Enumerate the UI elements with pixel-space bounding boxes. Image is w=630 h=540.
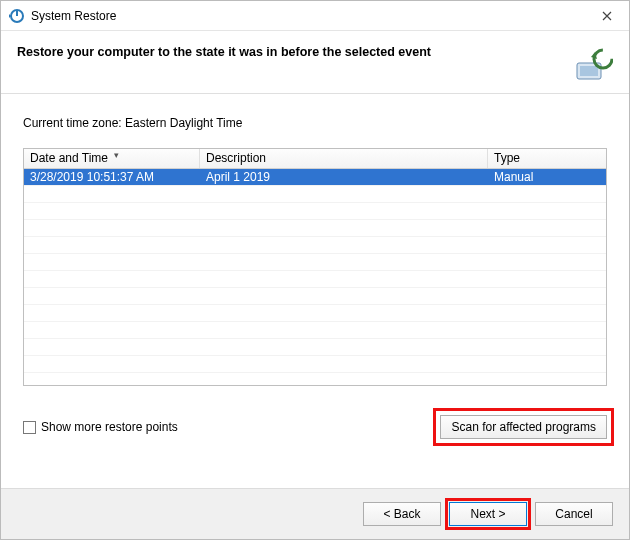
table-header-row: Date and Time ▾ Description Type [24, 149, 606, 169]
titlebar: System Restore [1, 1, 629, 31]
next-button[interactable]: Next > [449, 502, 527, 526]
wizard-body: Current time zone: Eastern Daylight Time… [1, 94, 629, 489]
svg-rect-3 [580, 66, 598, 76]
back-button[interactable]: < Back [363, 502, 441, 526]
column-header-type[interactable]: Type [488, 149, 606, 168]
svg-point-4 [594, 50, 612, 68]
checkbox-box-icon [23, 421, 36, 434]
show-more-label: Show more restore points [41, 420, 178, 434]
table-row[interactable]: 3/28/2019 10:51:37 AM April 1 2019 Manua… [24, 169, 606, 186]
restore-points-table[interactable]: Date and Time ▾ Description Type 3/28/20… [23, 148, 607, 386]
svg-rect-1 [16, 11, 18, 16]
timezone-label: Current time zone: Eastern Daylight Time [23, 116, 607, 130]
wizard-header: Restore your computer to the state it wa… [1, 31, 629, 94]
system-restore-window: System Restore Restore your computer to … [0, 0, 630, 540]
options-row: Show more restore points Scan for affect… [23, 408, 607, 446]
cell-type: Manual [488, 169, 606, 185]
sort-indicator-icon: ▾ [114, 150, 119, 160]
restore-icon [9, 8, 25, 24]
cell-description: April 1 2019 [200, 169, 488, 185]
column-header-date-label: Date and Time [30, 151, 108, 165]
close-button[interactable] [584, 1, 629, 31]
restore-large-icon [573, 45, 613, 85]
column-header-date[interactable]: Date and Time ▾ [24, 149, 200, 168]
column-header-description[interactable]: Description [200, 149, 488, 168]
cell-date: 3/28/2019 10:51:37 AM [24, 169, 200, 185]
show-more-checkbox[interactable]: Show more restore points [23, 420, 178, 434]
window-title: System Restore [31, 9, 584, 23]
page-heading: Restore your computer to the state it wa… [17, 45, 565, 59]
scan-affected-button[interactable]: Scan for affected programs [440, 415, 607, 439]
table-body: 3/28/2019 10:51:37 AM April 1 2019 Manua… [24, 169, 606, 385]
wizard-footer: < Back Next > Cancel [1, 489, 629, 539]
cancel-button[interactable]: Cancel [535, 502, 613, 526]
